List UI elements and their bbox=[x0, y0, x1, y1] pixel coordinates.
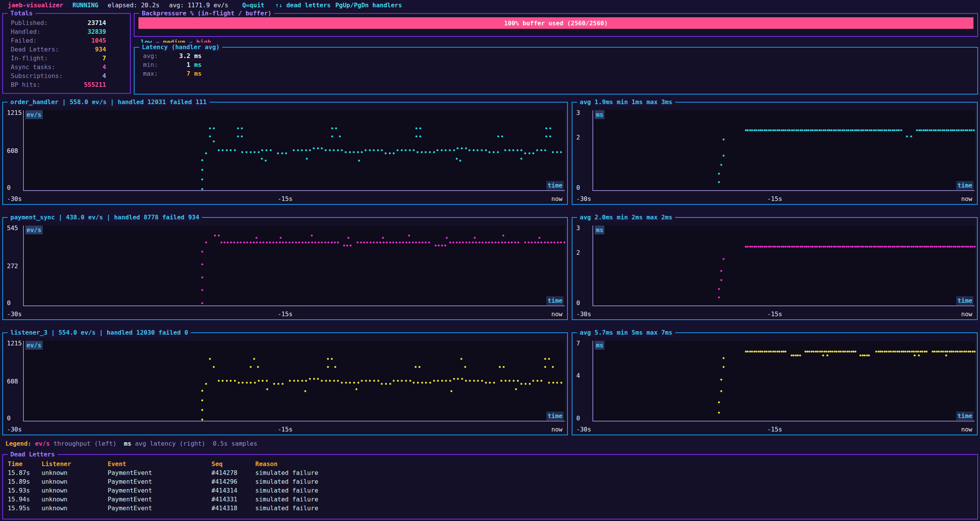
quit-hint[interactable]: Q=quit bbox=[242, 1, 265, 10]
data-point bbox=[774, 351, 776, 353]
data-point bbox=[473, 380, 475, 382]
data-point bbox=[397, 149, 399, 151]
handlers-paging-hint[interactable]: PgUp/PgDn handlers bbox=[335, 1, 402, 10]
data-point bbox=[854, 129, 856, 131]
data-point bbox=[418, 366, 420, 368]
data-point bbox=[365, 149, 367, 151]
time-axis-label: time bbox=[956, 181, 973, 190]
data-point bbox=[841, 246, 843, 248]
data-point bbox=[839, 246, 841, 248]
data-point bbox=[749, 246, 751, 248]
data-point bbox=[449, 149, 451, 151]
data-point bbox=[807, 351, 809, 353]
data-point bbox=[230, 149, 232, 151]
latency-rows: avg:3.2ms min:1ms max:7ms bbox=[135, 51, 977, 78]
data-point bbox=[218, 234, 220, 236]
data-point bbox=[812, 129, 814, 131]
data-point bbox=[848, 246, 850, 248]
data-point bbox=[898, 351, 900, 353]
data-point bbox=[759, 246, 761, 248]
data-point bbox=[804, 351, 806, 353]
data-point bbox=[461, 147, 463, 149]
data-point bbox=[240, 241, 242, 243]
data-point bbox=[942, 351, 944, 353]
data-point bbox=[456, 241, 458, 243]
data-point bbox=[222, 380, 224, 382]
cell-event: PaymentEvent bbox=[108, 468, 211, 477]
data-point bbox=[218, 380, 220, 382]
data-point bbox=[883, 246, 885, 248]
x-tick: now bbox=[961, 425, 972, 434]
data-point bbox=[879, 351, 881, 353]
data-point bbox=[937, 129, 939, 131]
x-axis: -30s-15snow bbox=[572, 310, 977, 319]
data-point bbox=[318, 241, 319, 243]
y-unit-label: ev/s bbox=[25, 226, 43, 234]
data-point bbox=[862, 246, 864, 248]
data-point bbox=[357, 382, 359, 384]
data-point bbox=[943, 129, 945, 131]
data-point bbox=[234, 380, 236, 382]
x-tick: -30s bbox=[576, 194, 591, 203]
data-point bbox=[885, 129, 887, 131]
data-point bbox=[349, 245, 351, 247]
data-point bbox=[905, 351, 907, 353]
data-point bbox=[860, 129, 862, 131]
data-point bbox=[305, 241, 307, 243]
data-point bbox=[321, 147, 323, 149]
data-point bbox=[755, 351, 757, 353]
data-point bbox=[418, 241, 420, 243]
data-point bbox=[950, 351, 952, 353]
data-point bbox=[337, 241, 339, 243]
chart-title: avg 1.9ms min 1ms max 3ms bbox=[577, 98, 675, 106]
data-point bbox=[770, 246, 772, 248]
data-point bbox=[560, 151, 562, 153]
data-point bbox=[723, 154, 725, 156]
data-point bbox=[833, 129, 835, 131]
chart-order-handler-latency: avg 1.9ms min 1ms max 3ms 320 ms time -3… bbox=[572, 102, 978, 205]
data-point bbox=[317, 378, 319, 380]
y-axis: 12156080 bbox=[7, 110, 22, 191]
data-point bbox=[414, 366, 416, 368]
data-point bbox=[812, 246, 814, 248]
data-point bbox=[456, 158, 458, 159]
data-point bbox=[514, 241, 516, 243]
data-point bbox=[954, 129, 956, 131]
data-point bbox=[846, 351, 848, 353]
data-point bbox=[779, 129, 780, 131]
data-point bbox=[747, 246, 749, 248]
data-point bbox=[776, 129, 778, 131]
data-point bbox=[852, 129, 854, 131]
data-point bbox=[237, 135, 239, 137]
cell-event: PaymentEvent bbox=[108, 486, 211, 495]
data-point bbox=[900, 246, 902, 248]
x-axis: -30s-15snow bbox=[572, 194, 977, 203]
data-point bbox=[757, 351, 759, 353]
x-tick: -30s bbox=[576, 310, 591, 319]
data-point bbox=[856, 129, 858, 131]
data-point bbox=[261, 149, 263, 151]
data-point bbox=[266, 149, 268, 151]
data-point bbox=[958, 129, 960, 131]
data-point bbox=[325, 149, 327, 151]
data-point bbox=[497, 135, 499, 137]
stat-value: 32839 bbox=[45, 27, 106, 36]
legend-label: Legend: bbox=[5, 440, 31, 447]
data-point bbox=[809, 351, 810, 353]
data-point bbox=[836, 351, 838, 353]
y-tick: 0 bbox=[576, 299, 580, 307]
data-point bbox=[755, 129, 757, 131]
backpressure-panel-title: Backpressure % (in-flight / buffer) bbox=[139, 9, 274, 18]
stat-value: 7 bbox=[45, 54, 106, 63]
plot-area: ms time bbox=[592, 341, 975, 421]
data-point bbox=[877, 129, 879, 131]
data-point bbox=[541, 241, 542, 243]
data-point bbox=[393, 152, 395, 154]
stat-value: 4 bbox=[45, 71, 106, 80]
data-point bbox=[250, 366, 251, 368]
cell-reason: simulated failure bbox=[255, 468, 977, 477]
scroll-dead-letters-hint[interactable]: ↑↓ dead letters bbox=[275, 1, 331, 10]
y-unit-label: ev/s bbox=[25, 341, 43, 350]
data-point bbox=[973, 129, 975, 131]
data-point bbox=[723, 139, 725, 141]
